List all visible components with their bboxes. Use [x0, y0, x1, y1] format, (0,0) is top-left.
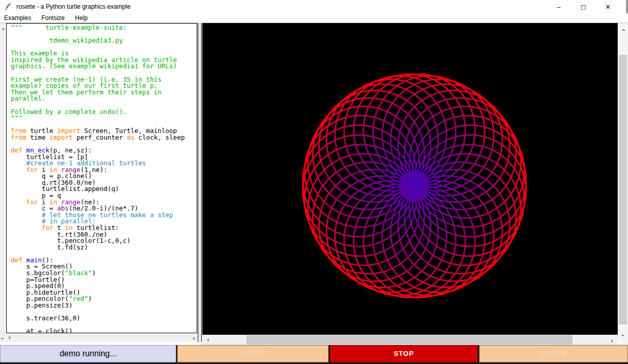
menu-fontsize[interactable]: Fontsize [36, 13, 70, 23]
feather-icon [4, 3, 12, 11]
scroll-up-icon[interactable]: › [618, 25, 628, 34]
close-button[interactable]: ✕ [602, 1, 614, 12]
code-line: Followed by a complete undo(). [11, 109, 185, 116]
start-button[interactable]: START [177, 345, 329, 362]
menu-bar: Examples Fontsize Help [0, 13, 628, 23]
scrollbar-thumb[interactable] [246, 335, 573, 344]
menu-help[interactable]: Help [70, 13, 93, 23]
scroll-up-icon[interactable]: › [0, 24, 6, 31]
scroll-down-icon[interactable]: › [618, 331, 628, 340]
minimize-button[interactable]: – [553, 1, 564, 12]
code-text: """ turtle-example-suite: tdemo_wikipedi… [11, 25, 185, 333]
code-line: parallel. [11, 95, 185, 102]
code-line: """ turtle-example-suite: [11, 25, 185, 31]
code-line: graphics. (See example wikipedia1 for UR… [11, 63, 185, 70]
canvas-vertical-scrollbar[interactable]: › › [618, 23, 628, 345]
bottom-bar: demo running... START STOP CLEAR [0, 345, 628, 362]
status-message: demo running... [0, 345, 176, 362]
editor-horizontal-scrollbar[interactable]: › › [6, 333, 197, 342]
scroll-right-icon[interactable]: › [608, 336, 616, 345]
maximize-button[interactable]: ◻ [578, 1, 589, 12]
code-line: p.pensize(3) [11, 302, 185, 309]
code-line: from time import perf_counter as clock, … [11, 135, 185, 141]
clear-button[interactable]: CLEAR [479, 345, 628, 362]
stop-button[interactable]: STOP [330, 345, 478, 362]
scroll-left-icon[interactable]: › [204, 336, 213, 345]
window-title: rosette - a Python turtle graphics examp… [16, 3, 130, 10]
window-controls: – ◻ ✕ [553, 0, 614, 13]
title-bar: rosette - a Python turtle graphics examp… [0, 0, 628, 13]
rosette-drawing [202, 23, 618, 335]
editor-vertical-scrollbar[interactable]: › › [0, 23, 6, 342]
scroll-right-icon[interactable]: › [193, 333, 195, 342]
scroll-left-icon[interactable]: › [8, 333, 11, 342]
code-line: """ [11, 115, 185, 122]
code-line: at = clock() [11, 328, 185, 333]
turtle-graphics-canvas[interactable] [202, 23, 618, 335]
code-line: tdemo_wikipedia3.py [11, 37, 185, 44]
code-editor[interactable]: """ turtle-example-suite: tdemo_wikipedi… [6, 23, 197, 333]
pane-divider[interactable] [198, 23, 202, 342]
code-line: s.tracer(36,0) [11, 315, 185, 322]
menu-examples[interactable]: Examples [0, 13, 36, 23]
window-border [626, 0, 628, 13]
scrollbar-thumb[interactable] [619, 55, 627, 324]
scroll-down-icon[interactable]: › [0, 334, 6, 341]
canvas-horizontal-scrollbar[interactable]: › › [202, 335, 618, 345]
code-line: t.fd(sz) [11, 244, 185, 251]
